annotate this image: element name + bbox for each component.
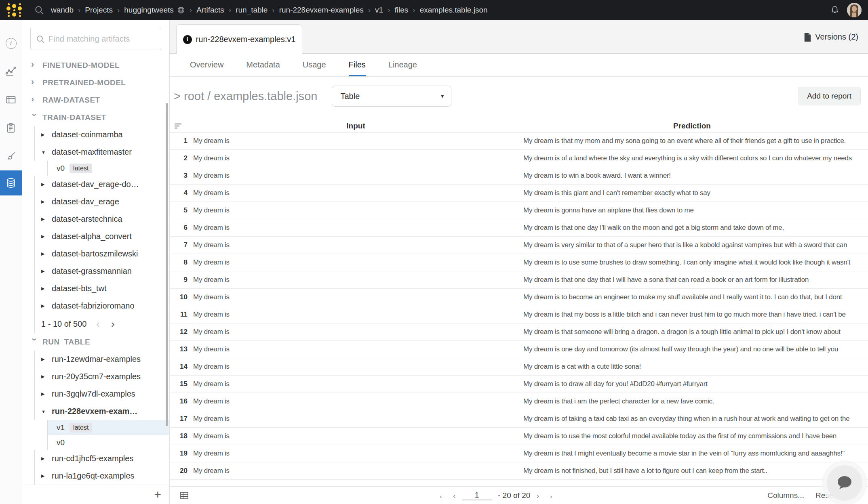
last-page-arrow-icon[interactable]: →	[545, 491, 554, 500]
view-selector-dropdown[interactable]: Table ▾	[332, 86, 451, 107]
tree-item[interactable]: ▶dataset-arstechnica	[34, 210, 169, 228]
breadcrumb-separator: ›	[388, 6, 390, 15]
column-header-input[interactable]: Input	[193, 122, 518, 130]
tree-item[interactable]: ▶dataset-alpha_convert	[34, 228, 169, 245]
wandb-logo-icon[interactable]	[6, 3, 22, 17]
table-grid-icon[interactable]	[180, 492, 188, 499]
prediction-cell: My dream is this giant and I can't remem…	[523, 189, 861, 197]
tree-item-label: dataset-bts_twt	[52, 284, 107, 293]
add-to-report-button[interactable]: Add to report	[798, 87, 861, 105]
tree-section-run_table[interactable]: ›RUN_TABLE	[22, 333, 169, 351]
input-cell: My dream is	[193, 415, 518, 423]
versions-button[interactable]: Versions (2)	[804, 20, 858, 54]
tree-section-finetuned-model[interactable]: ›FINETUNED-MODEL	[22, 57, 169, 74]
breadcrumb-item[interactable]: files	[395, 6, 409, 15]
prediction-cell: My dream is to draw all day for you! #Dd…	[523, 380, 861, 388]
triangle-icon: ▼	[41, 150, 47, 155]
search-icon[interactable]	[34, 5, 44, 15]
breadcrumb-separator: ›	[413, 6, 415, 15]
breadcrumb-item[interactable]: v1	[375, 6, 383, 15]
add-artifact-button[interactable]: +	[154, 489, 161, 501]
panel-scrollbar[interactable]	[166, 103, 168, 426]
tree-section-label: TRAIN-DATASET	[42, 113, 106, 122]
columns-button[interactable]: Columns...	[767, 491, 804, 500]
breadcrumb-separator: ›	[190, 6, 192, 15]
tree-item[interactable]: ▶dataset-coinmamba	[34, 126, 169, 143]
tree-item[interactable]: ▶run-cd1jhcf5-examples	[34, 450, 169, 467]
versions-label: Versions (2)	[815, 32, 858, 42]
tree-item[interactable]: ▼run-228evxem-exam…	[34, 403, 169, 420]
artifact-version-tab[interactable]: i run-228evxem-examples:v1	[176, 24, 302, 54]
breadcrumb-item[interactable]: Projects	[85, 6, 113, 15]
clipboard-icon[interactable]	[0, 114, 22, 142]
tab-usage[interactable]: Usage	[303, 54, 326, 76]
tab-lineage[interactable]: Lineage	[388, 54, 417, 76]
table-row: 11My dream isMy dream is that my boss is…	[170, 306, 868, 323]
bell-icon[interactable]	[830, 5, 840, 15]
tree-section-label: PRETRAINED-MODEL	[42, 78, 126, 87]
table-row: 10My dream isMy dream is to become an en…	[170, 289, 868, 306]
tree-section-train-dataset[interactable]: ›TRAIN-DATASET	[22, 109, 169, 126]
tree-item[interactable]: ▶dataset-fabrizioromano	[34, 297, 169, 315]
tree-version[interactable]: v1latest	[47, 420, 169, 435]
chat-bubble-icon[interactable]	[827, 465, 862, 501]
charts-icon[interactable]	[0, 57, 22, 86]
sweeps-icon[interactable]	[0, 142, 22, 170]
artifacts-database-icon[interactable]	[0, 170, 22, 195]
prediction-cell: My dream is that one day I'll walk on th…	[523, 224, 861, 232]
tree-version[interactable]: v0latest	[47, 161, 169, 176]
breadcrumb-item[interactable]: run-228evxem-examples	[279, 6, 364, 15]
row-number: 19	[173, 449, 188, 458]
panels-icon[interactable]	[0, 86, 22, 114]
breadcrumb-item[interactable]: run_table	[236, 6, 268, 15]
tree-item[interactable]: ▶dataset-dav_erage-do…	[34, 176, 169, 193]
filter-icon[interactable]	[175, 124, 182, 128]
tree-item[interactable]: ▶run-3gqlw7dl-examples	[34, 385, 169, 403]
column-header-prediction[interactable]: Prediction	[523, 122, 861, 130]
tree-section-raw-dataset[interactable]: ›RAW-DATASET	[22, 91, 169, 109]
avatar[interactable]	[847, 3, 862, 17]
tab-overview[interactable]: Overview	[190, 54, 223, 76]
breadcrumb-item[interactable]: wandb	[51, 6, 74, 15]
globe-icon	[177, 6, 185, 14]
triangle-icon: ▶	[41, 199, 47, 204]
tree-item-label: dataset-dav_erage-do…	[52, 180, 139, 189]
tree-item[interactable]: ▶run-1zewdmar-examples	[34, 351, 169, 368]
tree-item[interactable]: ▶dataset-dav_erage	[34, 193, 169, 210]
page-number-input[interactable]	[462, 491, 492, 500]
row-number: 7	[173, 241, 188, 249]
row-number: 1	[173, 137, 188, 145]
prev-page-chevron-icon[interactable]: ‹	[95, 318, 101, 330]
tree-item[interactable]: ▶dataset-grassmannian	[34, 262, 169, 280]
tree-item[interactable]: ▶dataset-bts_twt	[34, 280, 169, 297]
tree-item[interactable]: ▼dataset-maxfitemaster	[34, 143, 169, 161]
tree-item[interactable]: ▶run-la1ge6qt-examples	[34, 467, 169, 485]
breadcrumb-separator: ›	[117, 6, 120, 15]
tree-version[interactable]: v0	[47, 435, 169, 450]
info-icon[interactable]: i	[0, 29, 22, 57]
table-row: 20My dream isMy dream is not finished, b…	[170, 462, 868, 480]
tree-item[interactable]: ▶run-20y35cm7-examples	[34, 368, 169, 385]
tab-files[interactable]: Files	[349, 54, 366, 76]
table-row: 13My dream isMy dream is one day and tom…	[170, 341, 868, 358]
next-page-chevron-icon[interactable]: ›	[110, 318, 116, 330]
input-cell: My dream is	[193, 363, 518, 371]
table-row: 19My dream isMy dream is that I might ev…	[170, 445, 868, 462]
triangle-icon: ▶	[41, 374, 47, 379]
tree-item[interactable]: ▶dataset-bartoszmilewski	[34, 245, 169, 262]
first-page-arrow-icon[interactable]: ←	[438, 491, 447, 500]
prediction-cell: My dream is one day and tomorrow (its al…	[523, 345, 861, 353]
tree-item-label: run-cd1jhcf5-examples	[52, 454, 133, 463]
chevron-down-icon: ▾	[441, 92, 444, 100]
search-artifacts-input[interactable]	[48, 34, 156, 44]
prediction-cell: My dream is that my mom and my sona goin…	[523, 137, 861, 145]
tab-metadata[interactable]: Metadata	[246, 54, 280, 76]
breadcrumb-item[interactable]: Artifacts	[196, 6, 224, 15]
prev-page-chevron-icon[interactable]: ‹	[453, 491, 456, 500]
breadcrumb-item[interactable]: huggingtweets	[124, 6, 174, 15]
input-cell: My dream is	[193, 189, 518, 197]
next-page-chevron-icon[interactable]: ›	[536, 491, 539, 500]
tree-section-pretrained-model[interactable]: ›PRETRAINED-MODEL	[22, 74, 169, 91]
breadcrumb-item[interactable]: examples.table.json	[420, 6, 488, 15]
table-row: 9My dream isMy dream is that one day tha…	[170, 271, 868, 289]
